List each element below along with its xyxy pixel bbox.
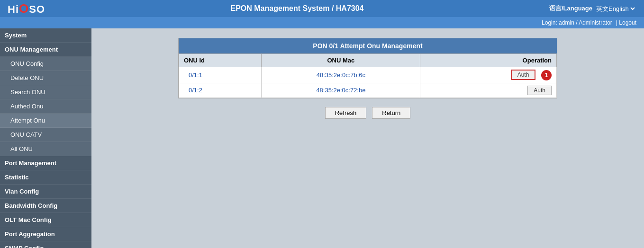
sidebar-item-vlan-config[interactable]: Vlan Config xyxy=(0,185,91,199)
sidebar-item-port-management[interactable]: Port Management xyxy=(0,156,91,170)
col-header-operation: Operation xyxy=(420,54,557,67)
operation-cell-1: Auth 1 xyxy=(420,67,557,83)
sidebar-item-onu-catv[interactable]: ONU CATV xyxy=(0,128,91,142)
sidebar-item-snmp-config[interactable]: SNMP Config xyxy=(0,241,91,248)
sidebar: System ONU Management ONU Config Delete … xyxy=(0,28,91,248)
onu-id-2: 0/1:2 xyxy=(179,83,262,97)
table-row: 0/1:1 48:35:2e:0c:7b:6c Auth 1 xyxy=(179,67,557,83)
sidebar-item-authed-onu[interactable]: Authed Onu xyxy=(0,99,91,114)
sidebar-item-olt-mac-config[interactable]: OLT Mac Config xyxy=(0,213,91,227)
sidebar-item-system[interactable]: System xyxy=(0,28,91,43)
sidebar-item-statistic[interactable]: Statistic xyxy=(0,170,91,185)
main-content: PON 0/1 Attempt Onu Management ONU Id ON… xyxy=(91,28,644,248)
sidebar-item-onu-management[interactable]: ONU Management xyxy=(0,43,91,57)
return-button[interactable]: Return xyxy=(372,107,410,119)
sidebar-item-all-onu[interactable]: All ONU xyxy=(0,142,91,156)
sidebar-item-port-aggregation[interactable]: Port Aggregation xyxy=(0,227,91,241)
onu-table: ONU Id ONU Mac Operation 0/1:1 48:35:2e:… xyxy=(179,53,557,98)
auth-button-1[interactable]: Auth xyxy=(511,70,536,80)
login-info: Login: admin / Administrator xyxy=(542,19,612,26)
language-label: 语言/Language xyxy=(549,4,592,13)
sidebar-item-onu-config[interactable]: ONU Config xyxy=(0,57,91,71)
refresh-button[interactable]: Refresh xyxy=(325,107,367,119)
logo: HiOSO xyxy=(8,1,45,16)
logout-link[interactable]: | Logout xyxy=(616,19,636,26)
sidebar-item-search-onu[interactable]: Search ONU xyxy=(0,85,91,99)
onu-id-1: 0/1:1 xyxy=(179,67,262,83)
action-buttons: Refresh Return xyxy=(101,107,635,119)
page-title: EPON Management System / HA7304 xyxy=(45,4,549,13)
sidebar-item-bandwidth-config[interactable]: Bandwidth Config xyxy=(0,199,91,213)
onu-mac-1: 48:35:2e:0c:7b:6c xyxy=(262,67,420,83)
auth-button-2[interactable]: Auth xyxy=(527,86,552,95)
sidebar-item-delete-onu[interactable]: Delete ONU xyxy=(0,71,91,85)
onu-table-container: PON 0/1 Attempt Onu Management ONU Id ON… xyxy=(178,38,557,98)
auth-badge-1: 1 xyxy=(541,70,552,80)
col-header-onu-mac: ONU Mac xyxy=(262,54,420,67)
table-title: PON 0/1 Attempt Onu Management xyxy=(179,38,557,53)
sidebar-item-attempt-onu[interactable]: Attempt Onu xyxy=(0,114,91,128)
onu-mac-2: 48:35:2e:0c:72:be xyxy=(262,83,420,97)
table-row: 0/1:2 48:35:2e:0c:72:be Auth xyxy=(179,83,557,97)
language-selector[interactable]: 语言/Language 英文English xyxy=(549,4,636,13)
operation-cell-2: Auth xyxy=(420,83,557,97)
col-header-onu-id: ONU Id xyxy=(179,54,262,67)
language-dropdown[interactable]: 英文English xyxy=(594,5,636,13)
